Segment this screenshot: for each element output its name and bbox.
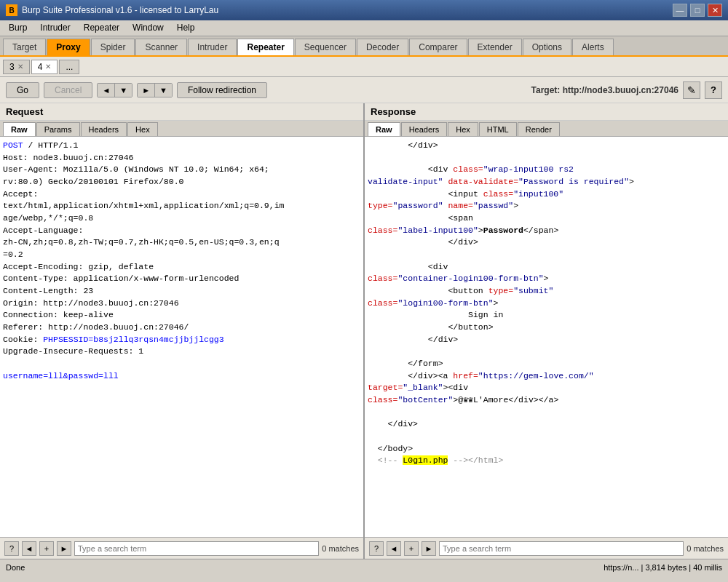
response-search-option-button[interactable]: ► <box>422 541 436 556</box>
request-content: POST / HTTP/1.1 Host: node3.buuoj.cn:270… <box>0 137 363 537</box>
request-search-bar: ? ◄ + ► 0 matches <box>0 537 363 559</box>
tab-repeater[interactable]: Repeater <box>237 39 293 55</box>
response-search-prev-button[interactable]: ◄ <box>387 541 401 556</box>
request-tab-hex[interactable]: Hex <box>127 122 158 136</box>
response-content: </div> <div class="wrap-input100 rs2 val… <box>365 137 728 537</box>
main-tabs: Target Proxy Spider Scanner Intruder Rep… <box>0 36 728 57</box>
request-tab-raw[interactable]: Raw <box>3 122 36 136</box>
tab-extender[interactable]: Extender <box>468 39 522 55</box>
response-search-matches: 0 matches <box>687 544 724 553</box>
maximize-button[interactable]: □ <box>690 4 705 17</box>
response-search-next-button[interactable]: + <box>404 541 419 556</box>
menu-window[interactable]: Window <box>127 22 170 34</box>
response-header: Response <box>365 103 728 121</box>
nav-fwd-button[interactable]: ► <box>138 84 154 97</box>
request-tab-params[interactable]: Params <box>36 122 80 136</box>
close-button[interactable]: ✕ <box>708 4 722 17</box>
response-tab-headers[interactable]: Headers <box>401 122 448 136</box>
request-header: Request <box>0 103 363 121</box>
response-tab-html[interactable]: HTML <box>479 122 517 136</box>
response-search-help-button[interactable]: ? <box>369 541 384 556</box>
tab-scanner[interactable]: Scanner <box>135 39 187 55</box>
nav-fwd-dropdown[interactable]: ▼ <box>154 84 172 97</box>
tab-target[interactable]: Target <box>3 39 46 55</box>
status-bar: Done https://n... | 3,814 bytes | 40 mil… <box>0 559 728 575</box>
nav-back-group: ◄ ▼ <box>97 83 132 97</box>
minimize-button[interactable]: — <box>673 4 687 17</box>
tab-proxy[interactable]: Proxy <box>47 39 90 55</box>
app-logo: B <box>6 4 17 16</box>
window-controls: — □ ✕ <box>673 4 722 17</box>
sub-tab-more[interactable]: ... <box>59 60 79 74</box>
sub-tabs: 3 ✕ 4 ✕ ... <box>0 57 728 77</box>
tab-intruder[interactable]: Intruder <box>188 39 237 55</box>
nav-back-button[interactable]: ◄ <box>98 84 114 97</box>
response-tab-raw[interactable]: Raw <box>368 122 400 136</box>
response-tabs: Raw Headers Hex HTML Render <box>365 121 728 137</box>
request-search-matches: 0 matches <box>322 544 359 553</box>
go-button[interactable]: Go <box>6 82 39 98</box>
request-tab-headers[interactable]: Headers <box>81 122 127 136</box>
request-search-option-button[interactable]: ► <box>57 541 71 556</box>
response-search-bar: ? ◄ + ► 0 matches <box>365 537 728 559</box>
sub-tab-4-close[interactable]: ✕ <box>45 63 51 71</box>
app-title: Burp Suite Professional v1.6 - licensed … <box>22 5 218 15</box>
tab-spider[interactable]: Spider <box>91 39 135 55</box>
request-search-next-button[interactable]: + <box>39 541 54 556</box>
request-tabs: Raw Params Headers Hex <box>0 121 363 137</box>
title-area: B Burp Suite Professional v1.6 - license… <box>6 4 218 16</box>
menu-intruder[interactable]: Intruder <box>34 22 76 34</box>
tab-options[interactable]: Options <box>523 39 571 55</box>
response-tab-render[interactable]: Render <box>518 122 560 136</box>
tab-sequencer[interactable]: Sequencer <box>295 39 356 55</box>
toolbar: Go Cancel ◄ ▼ ► ▼ Follow redirection Tar… <box>0 77 728 103</box>
status-right: https://n... | 3,814 bytes | 40 millis <box>604 563 722 572</box>
tab-alerts[interactable]: Alerts <box>572 39 614 55</box>
tab-decoder[interactable]: Decoder <box>357 39 408 55</box>
response-panel: Response Raw Headers Hex HTML Render </d… <box>365 103 728 559</box>
request-search-help-button[interactable]: ? <box>4 541 19 556</box>
request-search-input[interactable] <box>74 541 319 556</box>
menu-burp[interactable]: Burp <box>3 22 33 34</box>
target-label: Target: http://node3.buuoj.cn:27046 <box>531 85 678 95</box>
menu-bar: Burp Intruder Repeater Window Help <box>0 20 728 36</box>
sub-tab-3-close[interactable]: ✕ <box>17 63 23 71</box>
sub-tab-3-label: 3 <box>9 62 15 72</box>
follow-redirect-button[interactable]: Follow redirection <box>177 82 267 98</box>
response-search-input[interactable] <box>439 541 684 556</box>
nav-back-dropdown[interactable]: ▼ <box>114 84 132 97</box>
response-tab-hex[interactable]: Hex <box>448 122 478 136</box>
edit-target-button[interactable]: ✎ <box>683 81 700 99</box>
tab-comparer[interactable]: Comparer <box>409 39 467 55</box>
sub-tab-3[interactable]: 3 ✕ <box>3 60 30 74</box>
sub-tab-4-label: 4 <box>38 62 43 72</box>
menu-help[interactable]: Help <box>171 22 201 34</box>
title-bar: B Burp Suite Professional v1.6 - license… <box>0 0 728 20</box>
request-title: Request <box>6 106 43 117</box>
menu-repeater[interactable]: Repeater <box>78 22 125 34</box>
request-panel: Request Raw Params Headers Hex POST / HT… <box>0 103 365 559</box>
request-search-prev-button[interactable]: ◄ <box>22 541 36 556</box>
main-content: Request Raw Params Headers Hex POST / HT… <box>0 103 728 559</box>
response-title: Response <box>371 106 416 117</box>
help-button[interactable]: ? <box>705 81 722 99</box>
cancel-button[interactable]: Cancel <box>44 82 92 98</box>
status-left: Done <box>6 563 25 572</box>
sub-tab-4[interactable]: 4 ✕ <box>31 60 58 74</box>
nav-fwd-group: ► ▼ <box>137 83 173 97</box>
